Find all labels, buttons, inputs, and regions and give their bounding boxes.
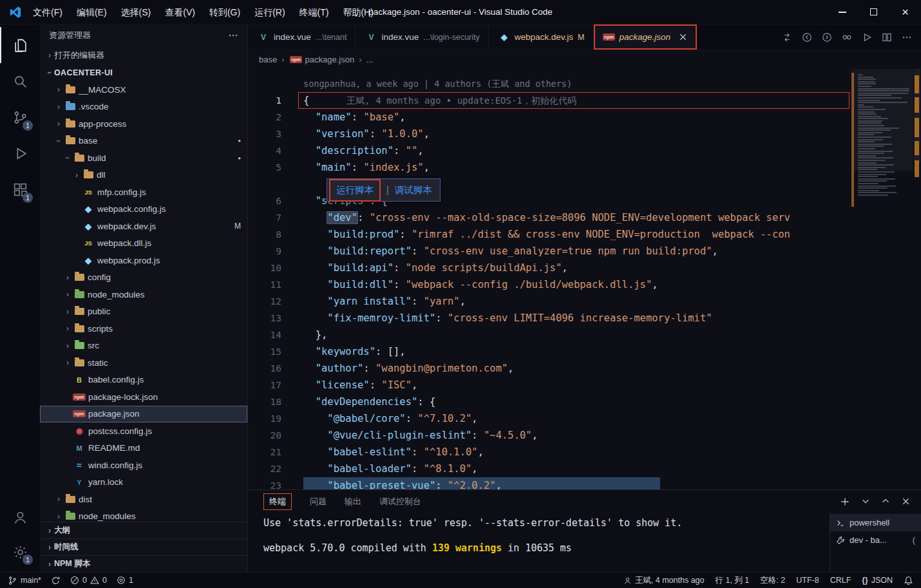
- tree-item-static[interactable]: ›static: [40, 354, 247, 372]
- workspace-root[interactable]: › OACENTER-UI: [40, 64, 247, 81]
- tree-item-src[interactable]: ›src: [40, 337, 247, 355]
- minimap[interactable]: [851, 69, 913, 489]
- close-panel-button[interactable]: [901, 497, 911, 507]
- menu-run[interactable]: 运行(R): [247, 0, 292, 24]
- tree-item-scripts[interactable]: ›scripts: [40, 320, 247, 337]
- tree-item-mfp-config-js[interactable]: JSmfp.config.js: [40, 184, 247, 201]
- panel-tab-output[interactable]: 输出: [345, 496, 361, 507]
- status-language-mode[interactable]: {}JSON: [862, 576, 893, 585]
- npm-scripts-section[interactable]: ›NPM 脚本: [40, 555, 247, 572]
- menu-view[interactable]: 查看(V): [158, 0, 202, 24]
- maximize-panel-button[interactable]: [881, 497, 890, 507]
- status-indentation[interactable]: 空格: 2: [760, 575, 785, 586]
- status-encoding[interactable]: UTF-8: [796, 576, 819, 585]
- line-content: {王斌, 4 months ago • update:EOS-1，初始化代码: [281, 92, 851, 109]
- open-editors-section[interactable]: › 打开的编辑器: [40, 46, 247, 64]
- webpack-icon: ◆: [498, 32, 510, 43]
- editor-scrollbar[interactable]: [913, 69, 921, 489]
- tree-item-base[interactable]: ›base●: [40, 133, 247, 150]
- status-cursor-position[interactable]: 行 1, 列 1: [716, 575, 750, 586]
- tree-item-app-process[interactable]: ›app-process: [40, 115, 247, 133]
- outline-section[interactable]: ›大纲: [40, 522, 247, 538]
- close-window-button[interactable]: ×: [889, 0, 921, 24]
- tree-item-vscode[interactable]: ›.vscode: [40, 99, 247, 116]
- menu-file[interactable]: 文件(F): [26, 0, 70, 24]
- tree-item-macosx[interactable]: ›__MACOSX: [40, 81, 247, 99]
- tree-item-label: dll: [97, 170, 106, 180]
- breadcrumb-item-base[interactable]: base: [259, 55, 277, 64]
- activity-settings[interactable]: 1: [0, 535, 40, 569]
- run-script-action-button[interactable]: [862, 32, 872, 43]
- panel-tab-debug-console[interactable]: 调试控制台: [379, 496, 421, 507]
- status-gitlens-blame[interactable]: 王斌, 4 months ago: [623, 575, 705, 586]
- terminal-instance-dev-ba[interactable]: dev - ba...(: [830, 531, 921, 549]
- menu-bar: 文件(F)编辑(E)选择(S)查看(V)转到(G)运行(R)终端(T)帮助(H): [26, 0, 381, 24]
- previous-change-button[interactable]: [802, 32, 812, 43]
- status-eol[interactable]: CRLF: [830, 576, 851, 585]
- toggle-blame-button[interactable]: [782, 32, 792, 43]
- code-token: ,: [417, 145, 423, 156]
- tree-item-build[interactable]: ›build●: [40, 149, 247, 167]
- activity-account[interactable]: [0, 500, 40, 535]
- status-problems-indicator[interactable]: 00: [70, 576, 107, 585]
- tree-item-postcss-config-js[interactable]: ◉postcss.config.js: [40, 422, 247, 440]
- menu-edit[interactable]: 编辑(E): [70, 0, 114, 24]
- panel-tab-problems[interactable]: 问题: [310, 496, 327, 507]
- status-notifications-bell[interactable]: [904, 576, 913, 585]
- split-editor-button[interactable]: [882, 32, 892, 43]
- status-branch-indicator[interactable]: main*: [8, 576, 41, 585]
- terminal-instance-powershell[interactable]: powershell: [830, 514, 921, 531]
- tab-package-json[interactable]: npmpackage.json: [594, 24, 698, 50]
- panel-tab-terminal[interactable]: 终端: [263, 493, 292, 510]
- more-actions-button[interactable]: [902, 32, 912, 43]
- status-sync-button[interactable]: [51, 576, 61, 585]
- code-token: [303, 212, 327, 223]
- breadcrumb-item-package-json[interactable]: npmpackage.json: [289, 55, 355, 65]
- maximize-button[interactable]: [858, 0, 889, 24]
- tree-item-yarn-lock[interactable]: Yyarn.lock: [40, 474, 247, 491]
- code-line-1: 1{王斌, 4 months ago • update:EOS-1，初始化代码: [248, 92, 851, 109]
- activity-extensions[interactable]: 1: [0, 171, 40, 207]
- tree-item-node-modules[interactable]: ›node_modules: [40, 508, 247, 522]
- run-script-link[interactable]: 运行脚本: [336, 184, 374, 196]
- menu-terminal[interactable]: 终端(T): [292, 0, 336, 24]
- tree-item-package-lock-json[interactable]: npmpackage-lock.json: [40, 388, 247, 406]
- tree-item-webpack-dll-js[interactable]: JSwebpack.dll.js: [40, 235, 247, 252]
- tree-item-public[interactable]: ›public: [40, 303, 247, 321]
- close-tab-icon[interactable]: [678, 32, 688, 42]
- sidebar-more-actions-icon[interactable]: [228, 30, 238, 41]
- activity-run-debug[interactable]: [0, 135, 40, 171]
- timeline-section[interactable]: ›时间线: [40, 538, 247, 555]
- breadcrumb-item-item[interactable]: ...: [366, 55, 374, 64]
- activity-search[interactable]: [0, 63, 40, 99]
- tab-webpack-dev-js[interactable]: ◆webpack.dev.jsM: [489, 24, 594, 50]
- tree-item-package-json[interactable]: npmpackage.json: [40, 406, 247, 423]
- menu-go[interactable]: 转到(G): [202, 0, 247, 24]
- open-changes-button[interactable]: [842, 32, 852, 43]
- tab-index-vue-login-security[interactable]: Vindex.vue...\login-security: [356, 24, 488, 50]
- status-count-indicator[interactable]: 1: [117, 576, 133, 585]
- tab-index-vue-tenant[interactable]: Vindex.vue...\tenant: [248, 24, 356, 50]
- code-token: ,: [424, 128, 430, 140]
- minimize-button[interactable]: [826, 0, 858, 24]
- tree-item-webpack-prod-js[interactable]: ◆webpack.prod.js: [40, 252, 247, 269]
- tree-item-node-modules[interactable]: ›node_modules: [40, 286, 247, 303]
- new-terminal-button[interactable]: [840, 497, 850, 507]
- activity-explorer[interactable]: [0, 27, 40, 63]
- tree-item-windi-config-js[interactable]: ≈windi.config.js: [40, 457, 247, 474]
- line-number: 6: [248, 193, 281, 209]
- tree-item-webpack-dev-js[interactable]: ◆webpack.dev.jsM: [40, 218, 247, 235]
- tree-item-dll[interactable]: ›dll: [40, 167, 247, 184]
- tree-item-webpack-config-js[interactable]: ◆webpack.config.js: [40, 201, 247, 218]
- tree-item-babel-config-js[interactable]: Bbabel.config.js: [40, 372, 247, 389]
- next-change-button[interactable]: [822, 32, 832, 43]
- debug-script-link[interactable]: 调试脚本: [395, 184, 432, 196]
- tree-item-dist[interactable]: ›dist: [40, 491, 247, 508]
- terminal-picker-dropdown[interactable]: [861, 497, 870, 507]
- minimap-line: [858, 157, 893, 158]
- tree-item-readme-md[interactable]: MREADME.md: [40, 440, 247, 457]
- tree-item-config[interactable]: ›config: [40, 269, 247, 287]
- activity-source-control[interactable]: 1: [0, 99, 40, 135]
- minimap-line: [858, 148, 875, 149]
- menu-selection[interactable]: 选择(S): [114, 0, 158, 24]
